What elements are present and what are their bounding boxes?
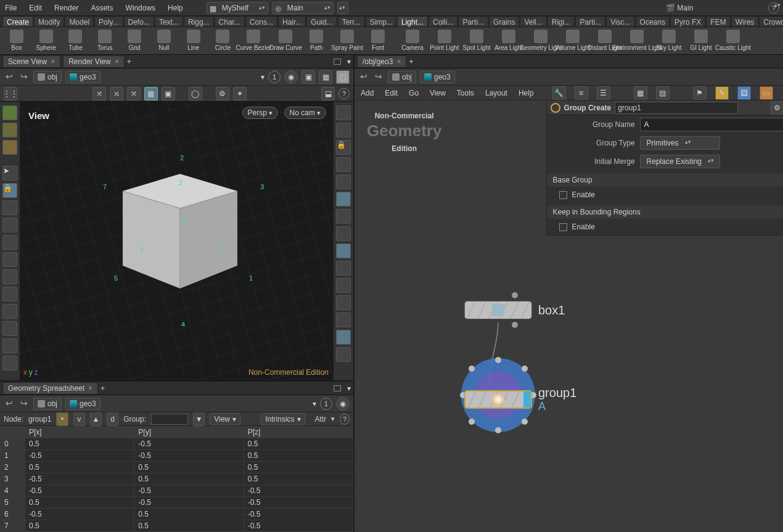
box-icon[interactable]: ▭ — [760, 86, 773, 100]
nav-fwd-icon[interactable]: ↪ — [18, 72, 30, 83]
display-icon-3[interactable]: ▢ — [336, 70, 350, 84]
close-icon[interactable]: × — [396, 57, 401, 66]
lasso-tool[interactable] — [2, 123, 17, 137]
path-chip-obj[interactable]: obj — [33, 71, 62, 83]
shelf-tab[interactable]: Rigi... — [547, 16, 575, 27]
note-icon[interactable]: ✎ — [715, 86, 729, 100]
shelf-tool-circle[interactable]: Circle — [209, 28, 237, 53]
shelf-tool-point-light[interactable]: Point Light — [429, 28, 460, 53]
r3[interactable] — [336, 192, 351, 207]
link-icon[interactable]: ◉ — [284, 70, 298, 84]
camera-dropdown[interactable]: No cam ▾ — [284, 107, 326, 119]
sel-mode-1[interactable]: ⤯ — [92, 87, 106, 100]
column-header[interactable] — [1, 427, 25, 438]
shelf-tool-line[interactable]: Line — [179, 28, 208, 53]
r12[interactable] — [336, 347, 351, 362]
class-prims-icon[interactable]: ▲ — [90, 412, 102, 426]
maximize-icon[interactable] — [334, 59, 341, 65]
section-bounding[interactable]: Keep in Bounding Regions — [547, 205, 783, 219]
r10[interactable] — [336, 313, 351, 327]
shelf-tool-null[interactable]: Null — [150, 28, 178, 53]
r6[interactable] — [336, 243, 351, 258]
class-detail-icon[interactable]: d — [107, 412, 118, 426]
shelf-tab[interactable]: Guid... — [306, 16, 337, 27]
add-tab-icon[interactable]: + — [100, 384, 105, 393]
t8[interactable] — [2, 321, 17, 336]
grid1-icon[interactable]: ▦ — [634, 86, 647, 100]
help-icon[interactable]: ? — [338, 88, 350, 99]
nav-fwd-icon[interactable]: ↪ — [373, 72, 384, 83]
shelf-tab[interactable]: Char... — [215, 16, 245, 27]
spreadsheet-table[interactable]: P[x]P[y]P[z] 00.5-0.50.51-0.5-0.50.520.5… — [0, 426, 353, 532]
shelf-tool-draw-curve[interactable]: Draw Curve — [270, 28, 301, 53]
shelf-tab[interactable]: Colli... — [428, 16, 457, 27]
table-row[interactable]: 1-0.5-0.50.5 — [1, 450, 353, 462]
shelf-dropdown-main[interactable]: ◎ Main▴▾ — [272, 2, 334, 14]
shelf-tool-spray-paint[interactable]: Spray Paint — [332, 28, 363, 53]
path-chip-geo3[interactable]: geo3 — [65, 398, 100, 410]
shelf-tab[interactable]: Create — [2, 16, 33, 27]
shelf-tool-camera[interactable]: Camera — [397, 28, 428, 53]
shelf-tab[interactable]: Pyro FX — [670, 16, 705, 27]
menu-help[interactable]: Help — [166, 2, 184, 14]
node-output-dot[interactable] — [512, 322, 518, 328]
intrinsics-dropdown[interactable]: Intrinsics ▾ — [261, 413, 305, 425]
t4[interactable] — [2, 252, 17, 267]
link-icon[interactable]: ◉ — [336, 397, 350, 411]
menu-windows[interactable]: Windows — [124, 2, 157, 14]
shelf-tool-font[interactable]: Font — [364, 28, 392, 53]
shelf-tab[interactable]: Crowds — [759, 16, 783, 27]
shelf-tab[interactable]: Simp... — [366, 16, 395, 27]
r5[interactable] — [336, 226, 351, 241]
node-name-input[interactable] — [615, 102, 738, 114]
path-chip-obj[interactable]: obj — [33, 398, 62, 410]
grid2-icon[interactable]: ▤ — [656, 86, 670, 100]
path-chip-geo3[interactable]: geo3 — [65, 71, 100, 83]
select-tool[interactable] — [2, 105, 17, 120]
group-filter-input[interactable] — [151, 414, 188, 425]
shelf-tab[interactable]: Wires — [731, 16, 759, 27]
table-row[interactable]: 00.5-0.50.5 — [1, 438, 353, 450]
net-menu-go[interactable]: Go — [408, 88, 420, 99]
sel-mode-2[interactable]: ⤰ — [110, 87, 123, 100]
table-row[interactable]: 20.50.50.5 — [1, 462, 353, 473]
lock-disp-icon[interactable]: 🔒 — [336, 140, 351, 155]
net-menu-help[interactable]: Help — [517, 88, 535, 99]
net-menu-tools[interactable]: Tools — [456, 88, 475, 99]
shelf-tab[interactable]: Model — [65, 16, 94, 27]
group-type-dropdown[interactable]: Primitives▴▾ — [640, 136, 720, 150]
shelf-tab[interactable]: Parti... — [575, 16, 605, 27]
t7[interactable] — [2, 304, 17, 319]
node-box1[interactable]: box1 — [464, 301, 565, 319]
t6[interactable] — [2, 287, 17, 301]
net-menu-add[interactable]: Add — [359, 88, 375, 99]
image-icon[interactable]: 🖼 — [737, 86, 751, 100]
class-points-icon[interactable]: • — [56, 412, 68, 426]
shelf-tool-grid[interactable]: Grid — [120, 28, 149, 53]
shelf-tab[interactable]: Hair... — [278, 16, 306, 27]
r8[interactable] — [336, 278, 351, 293]
shelf-tool-curve-bezier[interactable]: Curve Bezier — [238, 28, 269, 53]
list-icon[interactable]: ≡ — [575, 86, 588, 100]
r11[interactable] — [336, 330, 351, 345]
shelf-tab[interactable]: Grains — [489, 16, 519, 27]
shelf-tool-tube[interactable]: Tube — [62, 28, 90, 53]
wrench-icon[interactable]: 🔧 — [552, 86, 566, 100]
shelf-tab[interactable]: FEM — [706, 16, 730, 27]
column-header[interactable]: P[x] — [25, 427, 134, 438]
shelf-tab[interactable]: Poly... — [94, 16, 123, 27]
layout-icon[interactable]: ⬓ — [321, 87, 335, 100]
shelf-tool-torus[interactable]: Torus — [91, 28, 119, 53]
shelf-tool-geometry-light[interactable]: Geometry Light — [525, 28, 556, 53]
enable-base-checkbox[interactable] — [559, 191, 567, 199]
r2[interactable] — [336, 174, 351, 189]
t1[interactable] — [2, 200, 17, 215]
enable-bounding-checkbox[interactable] — [559, 223, 567, 231]
node-group1[interactable]: group1 A — [464, 386, 576, 413]
shelf-tab[interactable]: Rigg... — [184, 16, 214, 27]
table-row[interactable]: 6-0.50.5-0.5 — [1, 509, 353, 520]
flag1-icon[interactable]: ⚑ — [693, 86, 707, 100]
shelf-dropdown-myshelf[interactable]: ▦ MyShelf▴▾ — [207, 2, 268, 14]
t10[interactable] — [2, 356, 17, 370]
tab-render-view[interactable]: Render View× — [63, 55, 125, 68]
